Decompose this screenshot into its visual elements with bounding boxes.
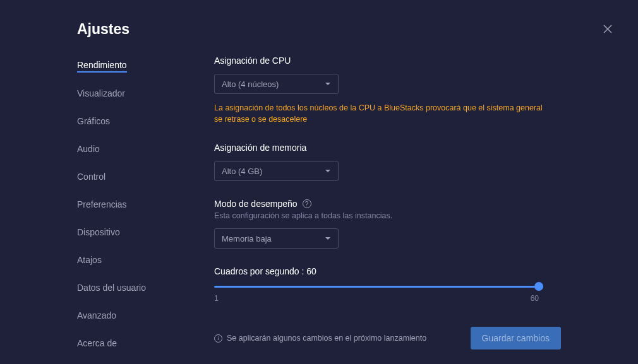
cpu-allocation-select[interactable]: Alto (4 núcleos) [214, 74, 339, 94]
save-button[interactable]: Guardar cambios [471, 327, 561, 349]
chevron-down-icon [325, 235, 331, 242]
cpu-allocation-value: Alto (4 núcleos) [222, 79, 279, 89]
footer-info-text: Se aplicarán algunos cambios en el próxi… [227, 334, 426, 343]
sidebar-item-datos-usuario[interactable]: Datos del usuario [77, 278, 146, 297]
cpu-warning-text: La asignación de todos los núcleos de la… [214, 103, 543, 125]
sidebar-item-acerca-de[interactable]: Acerca de [77, 334, 117, 353]
sidebar-item-control[interactable]: Control [77, 167, 105, 186]
sidebar-item-atajos[interactable]: Atajos [77, 250, 102, 269]
sidebar-item-graficos[interactable]: Gráficos [77, 112, 110, 131]
perfmode-sublabel: Esta configuración se aplica a todas las… [214, 211, 561, 220]
fps-min-label: 1 [214, 294, 219, 303]
memory-allocation-value: Alto (4 GB) [222, 167, 262, 176]
sidebar-item-avanzado[interactable]: Avanzado [77, 306, 116, 325]
perfmode-select[interactable]: Memoria baja [214, 228, 339, 249]
fps-label: Cuadros por segundo : 60 [214, 266, 561, 276]
perfmode-value: Memoria baja [222, 234, 272, 244]
cpu-allocation-label: Asignación de CPU [214, 56, 561, 66]
fps-max-label: 60 [531, 294, 539, 303]
info-icon: i [214, 334, 222, 343]
help-icon[interactable]: ? [303, 199, 311, 208]
chevron-down-icon [325, 81, 331, 87]
fps-slider-thumb[interactable] [534, 282, 543, 291]
chevron-down-icon [325, 168, 331, 174]
sidebar-item-visualizador[interactable]: Visualizador [77, 84, 125, 103]
sidebar-item-audio[interactable]: Audio [77, 139, 100, 158]
fps-slider[interactable] [214, 286, 539, 288]
sidebar-item-dispositivo[interactable]: Dispositivo [77, 223, 120, 242]
perfmode-label: Modo de desempeño [214, 199, 298, 209]
memory-allocation-label: Asignación de memoria [214, 143, 561, 153]
memory-allocation-select[interactable]: Alto (4 GB) [214, 161, 339, 181]
page-title: Ajustes [77, 21, 129, 38]
sidebar: Rendimiento Visualizador Gráficos Audio … [77, 56, 214, 357]
sidebar-item-rendimiento[interactable]: Rendimiento [77, 56, 127, 73]
close-icon [603, 24, 613, 34]
close-button[interactable] [603, 24, 613, 34]
sidebar-item-preferencias[interactable]: Preferencias [77, 195, 127, 214]
